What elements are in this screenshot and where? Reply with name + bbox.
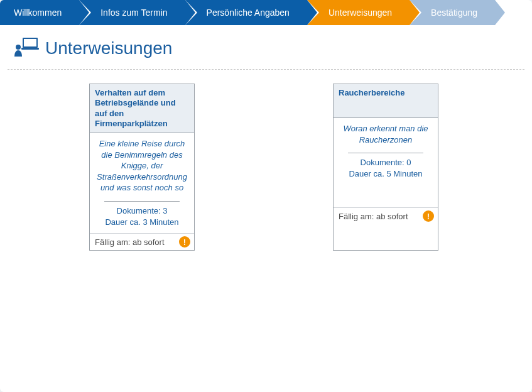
card-due: Fällig am: ab sofort bbox=[95, 237, 165, 247]
card-title: Raucherbereiche bbox=[334, 84, 438, 118]
card-meta: Dokumente: 0 Dauer ca. 5 Minuten bbox=[334, 157, 438, 185]
page-title: Unterweisungen bbox=[45, 38, 172, 58]
crumb-bestaetigung: Bestätigung bbox=[410, 0, 495, 25]
svg-rect-1 bbox=[24, 39, 36, 46]
crumb-willkommen[interactable]: Willkommen bbox=[0, 0, 79, 25]
wizard-breadcrumb: Willkommen Infos zum Termin Persönliche … bbox=[0, 0, 532, 25]
card-duration: Dauer ca. 5 Minuten bbox=[337, 168, 434, 180]
crumb-label: Bestätigung bbox=[431, 8, 477, 18]
crumb-label: Persönliche Angaben bbox=[207, 8, 290, 18]
card-footer: Fällig am: ab sofort ! bbox=[90, 233, 194, 250]
alert-icon: ! bbox=[423, 210, 434, 222]
separator bbox=[8, 69, 524, 70]
svg-point-3 bbox=[16, 45, 21, 50]
card-description: Eine kleine Reise durch die Benimmregeln… bbox=[90, 133, 194, 197]
crumb-label: Unterweisungen bbox=[328, 8, 392, 18]
crumb-label: Willkommen bbox=[14, 8, 62, 18]
training-icon bbox=[14, 36, 39, 60]
crumb-label: Infos zum Termin bbox=[100, 8, 167, 18]
card-docs: Dokumente: 3 bbox=[94, 205, 190, 217]
crumb-unterweisungen[interactable]: Unterweisungen bbox=[307, 0, 410, 25]
card-footer: Fällig am: ab sofort ! bbox=[334, 207, 438, 224]
card-duration: Dauer ca. 3 Minuten bbox=[94, 217, 190, 228]
card-title: Verhalten auf dem Betriebsgelände und au… bbox=[90, 84, 194, 133]
crumb-infos-termin[interactable]: Infos zum Termin bbox=[79, 0, 185, 25]
card-description: Woran erkennt man die Raucherzonen bbox=[334, 118, 438, 149]
page-heading: Unterweisungen bbox=[0, 25, 532, 69]
svg-rect-2 bbox=[21, 48, 39, 50]
training-card-verhalten[interactable]: Verhalten auf dem Betriebsgelände und au… bbox=[89, 84, 195, 251]
training-card-raucherbereiche[interactable]: Raucherbereiche Woran erkennt man die Ra… bbox=[333, 84, 438, 251]
card-separator bbox=[348, 153, 423, 153]
training-cards: Verhalten auf dem Betriebsgelände und au… bbox=[0, 84, 532, 251]
card-separator bbox=[104, 201, 180, 202]
card-due: Fällig am: ab sofort bbox=[339, 212, 408, 221]
card-docs: Dokumente: 0 bbox=[337, 157, 434, 168]
alert-icon: ! bbox=[179, 236, 190, 248]
card-meta: Dokumente: 3 Dauer ca. 3 Minuten bbox=[90, 205, 194, 233]
crumb-persoenliche-angaben[interactable]: Persönliche Angaben bbox=[185, 0, 307, 25]
